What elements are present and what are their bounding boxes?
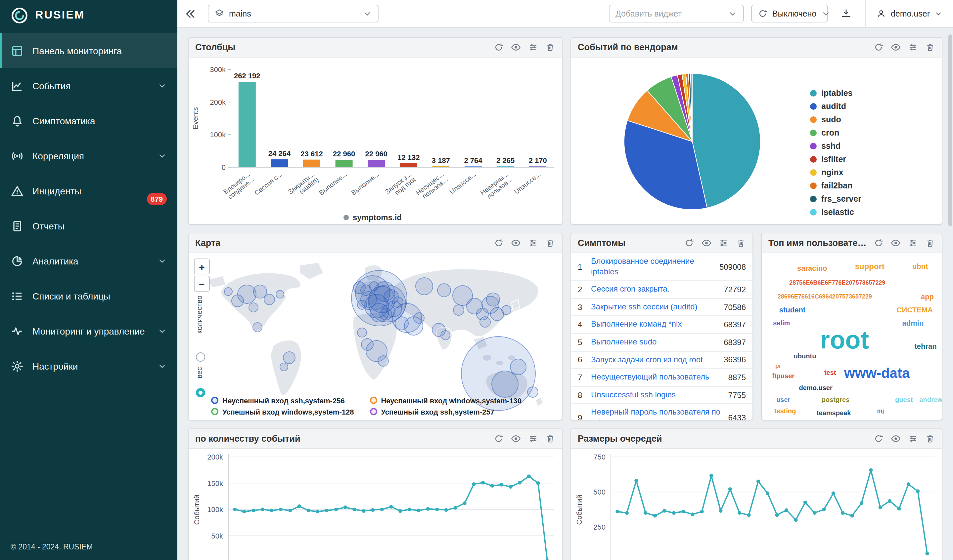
widget-settings-icon[interactable] (908, 42, 918, 52)
cloud-word[interactable]: www-data (844, 366, 910, 380)
refresh-widget-icon[interactable] (494, 434, 504, 444)
add-widget-select[interactable]: Добавить виджет (609, 5, 744, 22)
symptom-link[interactable]: Неверный пароль пользователя по ssh (591, 408, 722, 420)
symptom-row: 9Неверный пароль пользователя по ssh6433 (571, 404, 753, 420)
symptom-link[interactable]: Блокированное соединение iptables (591, 257, 713, 277)
symptom-link[interactable]: Закрытие ssh сессии (auditd) (591, 302, 717, 312)
cloud-word[interactable]: demo.user (799, 385, 833, 391)
widget-settings-icon[interactable] (719, 238, 729, 248)
logo: RUSIEM (0, 0, 177, 30)
page-scrollbar[interactable] (948, 34, 952, 226)
widget-settings-icon[interactable] (528, 434, 538, 444)
events-line-chart: Событий050k100k150k200k (189, 449, 562, 560)
cloud-word[interactable]: 28756E6B6E6F776E207573657229 (789, 280, 885, 286)
sidebar-item[interactable]: Корреляция (0, 138, 177, 173)
cloud-word[interactable]: ubnt (912, 263, 928, 270)
cloud-word[interactable]: support (855, 263, 885, 271)
cloud-word[interactable]: mj (877, 408, 884, 415)
add-widget-placeholder: Добавить виджет (616, 9, 682, 18)
widget-actions (489, 42, 555, 52)
sidebar-item[interactable]: Списки и таблицы (0, 278, 177, 313)
cloud-word[interactable]: salim (773, 320, 790, 326)
refresh-widget-icon[interactable] (494, 238, 504, 248)
cloud-word[interactable]: 28696E76616C6964207573657229 (778, 294, 872, 300)
view-widget-icon[interactable] (891, 434, 901, 444)
widget-settings-icon[interactable] (528, 42, 538, 52)
cloud-word[interactable]: student (779, 306, 806, 313)
delete-widget-icon[interactable] (545, 42, 555, 52)
refresh-widget-icon[interactable] (494, 42, 504, 52)
autorefresh-select[interactable]: Выключено (751, 5, 828, 22)
cloud-word[interactable]: user (776, 397, 790, 403)
cloud-word[interactable]: ftpuser (772, 373, 795, 380)
cloud-word[interactable]: saracino (797, 265, 827, 272)
widget-header: Топ имя пользователя (762, 234, 942, 253)
refresh-widget-icon[interactable] (874, 238, 883, 248)
svg-text:Events: Events (191, 107, 200, 129)
sidebar-item[interactable]: Инциденты879 (0, 173, 177, 208)
symptom-link[interactable]: Сессия cron закрыта. (591, 284, 717, 294)
widget-actions (868, 434, 935, 444)
symptom-link[interactable]: Выполнение sudo (591, 337, 717, 347)
pulse-icon (11, 324, 24, 337)
sidebar-item-label: Инциденты (33, 186, 81, 196)
view-widget-icon[interactable] (702, 238, 711, 248)
sidebar-item[interactable]: Панель мониторинга (0, 33, 177, 68)
delete-widget-icon[interactable] (736, 238, 746, 248)
refresh-widget-icon[interactable] (684, 238, 694, 248)
widget-settings-icon[interactable] (528, 238, 538, 248)
map-zoom-in-button[interactable]: + (194, 258, 210, 274)
widget-header: Карта (189, 234, 562, 253)
delete-widget-icon[interactable] (545, 238, 555, 248)
cloud-word[interactable]: admin (902, 320, 924, 327)
map-mode-weight-radio[interactable] (196, 388, 205, 398)
sidebar-item[interactable]: Симптоматика (0, 103, 177, 138)
view-widget-icon[interactable] (511, 42, 521, 52)
widget-settings-icon[interactable] (908, 238, 918, 248)
export-button[interactable] (835, 5, 858, 22)
dashboard-select[interactable]: mains (208, 5, 379, 22)
legend-dot (369, 397, 377, 404)
cloud-word[interactable]: andrew (919, 397, 942, 403)
symptom-link[interactable]: Запуск задачи cron из под root (591, 355, 717, 365)
cloud-word[interactable]: pi (775, 364, 781, 370)
delete-widget-icon[interactable] (545, 434, 555, 444)
map-zoom-out-button[interactable]: − (194, 276, 210, 292)
cloud-word[interactable]: app (921, 293, 934, 300)
symptom-link[interactable]: Несуществующий пользователь (591, 372, 722, 382)
cloud-word[interactable]: root (820, 327, 869, 353)
view-widget-icon[interactable] (891, 238, 901, 248)
view-widget-icon[interactable] (891, 42, 901, 52)
cloud-word[interactable]: ubuntu (794, 353, 816, 360)
map-mode-count-radio[interactable] (196, 353, 205, 362)
widget-settings-icon[interactable] (908, 434, 918, 444)
widget-title: Столбцы (195, 42, 235, 52)
svg-text:2 265: 2 265 (496, 156, 515, 165)
cloud-word[interactable]: postgres (822, 397, 849, 403)
sidebar-item[interactable]: Мониторинг и управление (0, 313, 177, 348)
sidebar-item[interactable]: Аналитика (0, 243, 177, 278)
collapse-sidebar-icon[interactable] (184, 7, 197, 20)
refresh-widget-icon[interactable] (874, 434, 883, 444)
symptom-link[interactable]: Unsuccessful ssh logins (591, 390, 722, 400)
cloud-word[interactable]: СИСТЕМА (897, 306, 933, 313)
delete-widget-icon[interactable] (925, 434, 935, 444)
symptom-link[interactable]: Выполнение команд *nix (591, 320, 717, 330)
cloud-word[interactable]: tehran (914, 343, 936, 350)
view-widget-icon[interactable] (511, 434, 521, 444)
view-widget-icon[interactable] (511, 238, 521, 248)
cloud-word[interactable]: testing (775, 408, 796, 415)
user-menu[interactable]: demo.user (865, 0, 953, 28)
svg-text:22 960: 22 960 (333, 150, 355, 158)
chevron-down-icon (157, 256, 167, 266)
cloud-word[interactable]: teamspeak (817, 410, 851, 416)
symptom-row: 4Выполнение команд *nix68397 (571, 316, 753, 334)
sidebar-item[interactable]: Настройки (0, 348, 177, 384)
sidebar-item[interactable]: События (0, 68, 177, 103)
sidebar-item[interactable]: Отчеты (0, 208, 177, 243)
cloud-word[interactable]: test (824, 370, 836, 376)
refresh-widget-icon[interactable] (874, 42, 883, 52)
cloud-word[interactable]: guest (895, 397, 913, 403)
delete-widget-icon[interactable] (925, 42, 935, 52)
delete-widget-icon[interactable] (925, 238, 935, 248)
